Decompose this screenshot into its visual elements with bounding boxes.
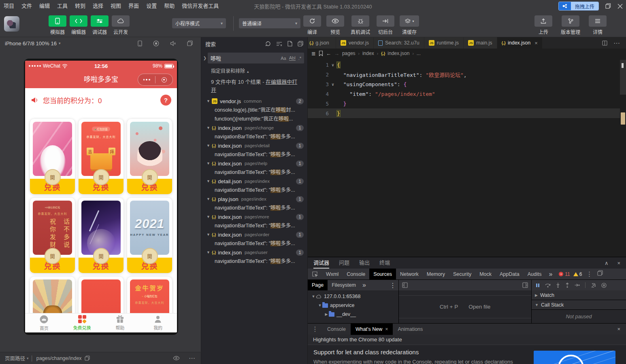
back-icon[interactable]: ←	[326, 51, 331, 57]
drawer-tab-console[interactable]: Console	[322, 324, 351, 335]
menu-help[interactable]: 帮助	[160, 0, 178, 12]
breadcrumb-pages[interactable]: pages	[342, 51, 356, 56]
menu-edit[interactable]: 编辑	[36, 0, 53, 12]
chevron-down-icon[interactable]: ▼	[207, 161, 212, 165]
chevron-down-icon[interactable]: ▼	[207, 197, 212, 201]
fold-icon[interactable]: ∨	[329, 82, 337, 87]
page-path-label[interactable]: 页面路径	[5, 354, 25, 362]
forward-icon[interactable]: →	[334, 51, 339, 57]
search-result-match-row[interactable]: navigationBarTitleText": "哆啦多多...	[201, 257, 307, 266]
regex-toggle[interactable]: .*	[298, 56, 301, 61]
mode-select[interactable]: 小程序模式 ▾	[172, 18, 226, 28]
tab-help[interactable]: 帮助	[101, 313, 139, 332]
devtools-tab-network[interactable]: Network	[396, 269, 423, 280]
devtools-tab-console[interactable]: Console	[343, 269, 369, 280]
search-result-match-row[interactable]: navigationBarTitleText": "哆啦多多...	[201, 168, 307, 177]
chevron-down-icon[interactable]: ▼	[207, 179, 212, 183]
chevron-down-icon[interactable]: ▼	[207, 215, 212, 219]
chevron-down-icon[interactable]: ▼	[207, 233, 212, 237]
more-tabs-icon[interactable]: »	[360, 281, 368, 289]
code-editor[interactable]: 1∨{ 2 "navigationBarTitleText": "欧皇源码论坛"…	[308, 58, 626, 118]
record-icon[interactable]	[153, 40, 159, 47]
user-avatar[interactable]	[4, 16, 19, 32]
tab-output[interactable]: 输出	[359, 257, 370, 269]
preview-button[interactable]: 预览	[326, 15, 345, 35]
search-result-match-row[interactable]: navigationBarTitleText": "哆啦多多...	[201, 186, 307, 195]
step-icon[interactable]	[575, 283, 580, 287]
more-tabs-icon[interactable]: »	[545, 271, 556, 278]
devtools-tab-audits[interactable]: Audits	[524, 269, 546, 280]
tree-folder-dev[interactable]: ▶ __dev__	[308, 310, 398, 319]
undock-icon[interactable]	[597, 270, 603, 276]
drawer-menu-icon[interactable]: ⋮	[308, 325, 322, 333]
search-result-file-row[interactable]: ▼ JS vendor.js common 2	[201, 97, 307, 106]
menu-tools[interactable]: 工具	[53, 0, 71, 12]
menu-select[interactable]: 选择	[89, 0, 107, 12]
collapse-panel-icon[interactable]: ∧	[605, 260, 609, 266]
breadcrumb-index[interactable]: index	[362, 51, 374, 56]
card-cover-image[interactable]: ≈A青衫的红包恭喜发财，大吉大利祝你发财话不多说	[33, 201, 72, 255]
menu-view[interactable]: 视图	[107, 0, 125, 12]
step-out-icon[interactable]	[565, 283, 569, 288]
tab-free-redeem[interactable]: 免费兑换	[63, 313, 101, 332]
cloud-dev-button[interactable]: 云开发	[111, 15, 130, 35]
window-close-icon[interactable]	[617, 4, 623, 9]
step-into-icon[interactable]	[556, 283, 560, 288]
device-selector[interactable]: iPhone 6/7/8 100% 16 ▾	[5, 40, 60, 47]
drawer-tab-animations[interactable]: Animations	[393, 324, 428, 335]
card-cover-image[interactable]	[33, 122, 72, 176]
tab-index-json[interactable]: {..} index.json ×	[497, 37, 543, 49]
switch-background-button[interactable]: 切后台	[376, 15, 395, 35]
sidebar-menu-icon[interactable]: ⋮	[387, 281, 398, 289]
details-button[interactable]: 详情	[588, 15, 607, 35]
search-result-file-row[interactable]: ▼ {..} index.json pages\order 1	[201, 230, 307, 239]
split-editor-icon[interactable]	[602, 40, 607, 46]
tab-home[interactable]: 首页	[25, 313, 63, 332]
card-cover-image[interactable]: 2021HAPPY NEW YEAR	[130, 201, 169, 255]
devtools-tab-wxml[interactable]: Wxml	[322, 269, 343, 280]
chevron-down-icon[interactable]: ▼	[207, 250, 212, 254]
eye-icon[interactable]	[173, 356, 180, 360]
menu-settings[interactable]: 设置	[143, 0, 160, 12]
search-result-file-row[interactable]: ▼ {..} play.json pages\index 1	[201, 195, 307, 203]
close-tab-icon[interactable]: ×	[534, 40, 538, 46]
step-over-icon[interactable]	[545, 283, 551, 288]
search-result-match-row[interactable]: navigationBarTitleText": "哆啦多多...	[201, 203, 307, 212]
tab-runtime-js[interactable]: JS runtime.js	[424, 37, 464, 49]
bookmark-icon[interactable]	[319, 51, 323, 56]
deactivate-breakpoints-icon[interactable]	[591, 283, 596, 288]
chevron-down-icon[interactable]: ▼	[207, 144, 212, 148]
simulator-toggle-button[interactable]: 模拟器	[48, 15, 67, 35]
devtools-tab-appdata[interactable]: AppData	[496, 269, 524, 280]
search-result-file-row[interactable]: ▼ {..} detail.json pages\index 1	[201, 177, 307, 186]
close-tab-icon[interactable]: ×	[385, 326, 388, 332]
more-menu-button[interactable]	[138, 79, 155, 80]
copy-icon[interactable]	[85, 356, 90, 361]
editor-toggle-button[interactable]: 编辑器	[69, 15, 88, 35]
editor-scrollbar[interactable]	[620, 60, 626, 257]
close-panel-icon[interactable]: ×	[617, 260, 620, 266]
devtools-tab-mock[interactable]: Mock	[475, 269, 496, 280]
search-result-file-row[interactable]: ▼ {..} index.json pages\more 1	[201, 212, 307, 221]
fold-icon[interactable]: ∨	[329, 63, 337, 67]
multi-window-icon[interactable]	[187, 40, 193, 46]
mute-icon[interactable]	[170, 41, 176, 46]
compile-button[interactable]: 编译	[302, 15, 322, 35]
tab-g-json[interactable]: {..} g.json	[308, 37, 336, 49]
search-result-match-row[interactable]: navigationBarTitleText": "哆啦多多...	[201, 221, 307, 230]
refresh-search-icon[interactable]	[265, 41, 271, 47]
tab-terminal[interactable]: 终端	[379, 257, 390, 269]
show-debugger-icon[interactable]	[522, 282, 528, 288]
match-case-toggle[interactable]: Aa	[281, 56, 286, 61]
menu-goto[interactable]: 转到	[71, 0, 89, 12]
version-control-button[interactable]: 版本管理	[558, 15, 583, 35]
collapse-all-icon[interactable]	[298, 41, 303, 47]
more-tabs-icon[interactable]: ⋯	[613, 39, 620, 47]
tree-host[interactable]: ▼ 127.0.0.1:65368	[308, 292, 398, 301]
more-actions-icon[interactable]: ⋯	[189, 354, 196, 362]
watch-section[interactable]: ▶ Watch	[532, 290, 626, 300]
search-result-match-row[interactable]: function(){return{title:"我正在哆啦...	[201, 114, 307, 123]
open-file-hint[interactable]: Ctrl + P Open file	[399, 295, 531, 318]
devtools-menu-icon[interactable]: ⋮	[586, 270, 592, 278]
search-result-file-row[interactable]: ▼ {..} index.json pages\change 1	[201, 123, 307, 132]
